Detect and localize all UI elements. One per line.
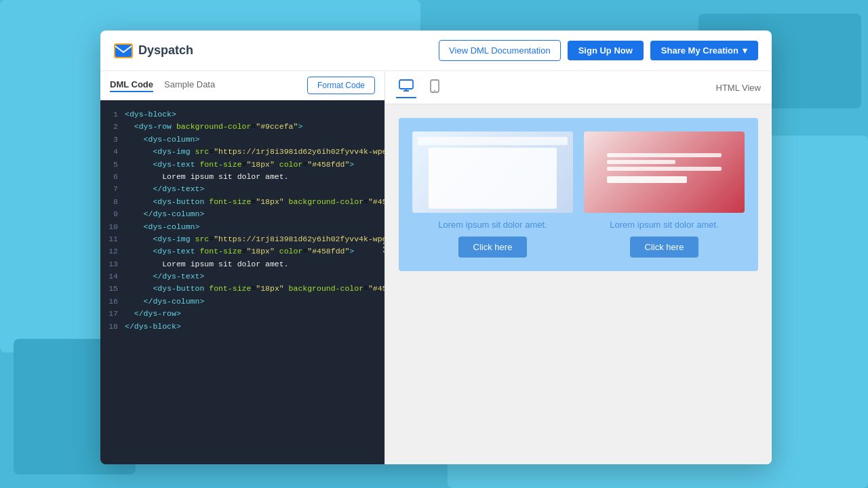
- code-line-1: <dys-block>: [125, 108, 379, 121]
- signup-button[interactable]: Sign Up Now: [568, 41, 644, 60]
- line-num-17: 17: [104, 308, 118, 320]
- panel-resize-handle[interactable]: [382, 243, 386, 253]
- code-editor: 1 2 3 4 5 6 7 8 9 10 11 12 13 14 15 16 1: [100, 100, 384, 464]
- tab-group: DML Code Sample Data: [110, 79, 215, 92]
- email-col1-button[interactable]: Click here: [458, 237, 528, 258]
- line-numbers: 1 2 3 4 5 6 7 8 9 10 11 12 13 14 15 16 1: [100, 100, 122, 464]
- email-column-2: Lorem ipsum sit dolor amet. Click here: [584, 131, 745, 258]
- mock-browser-bar-left: [418, 137, 568, 145]
- code-panel: DML Code Sample Data Format Code 1 2 3 4…: [100, 71, 385, 464]
- code-line-12: <dys-text font-size="18px" color="#458fd…: [125, 245, 379, 258]
- logo-icon: [114, 43, 133, 58]
- format-code-button[interactable]: Format Code: [307, 77, 375, 94]
- app-window: Dyspatch View DML Documentation Sign Up …: [100, 30, 772, 464]
- drag-dot-1: [383, 243, 385, 245]
- logo-area: Dyspatch: [114, 43, 193, 58]
- mock-line-3: [607, 167, 722, 171]
- code-line-13: Lorem ipsum sit dolor amet.: [125, 258, 379, 270]
- code-line-15: <dys-button font-size="18px" background-…: [125, 283, 379, 295]
- code-line-9: </dys-column>: [125, 208, 379, 220]
- code-line-8: <dys-button font-size="18px" background-…: [125, 196, 379, 208]
- line-num-8: 8: [104, 196, 118, 208]
- email-image-2: [584, 131, 745, 213]
- code-line-6: Lorem ipsum sit dolor amet.: [125, 171, 379, 183]
- svg-rect-2: [399, 80, 413, 89]
- html-view-label: HTML View: [716, 83, 761, 93]
- svg-rect-1: [115, 45, 132, 57]
- line-num-16: 16: [104, 296, 118, 308]
- code-line-17: </dys-row>: [125, 308, 379, 320]
- email-col1-text: Lorem ipsum sit dolor amet.: [438, 220, 547, 230]
- logo-text: Dyspatch: [138, 43, 193, 58]
- code-line-16: </dys-column>: [125, 296, 379, 308]
- line-num-5: 5: [104, 159, 118, 171]
- code-line-2: <dys-row background-color="#9ccefa">: [125, 121, 379, 133]
- line-num-3: 3: [104, 134, 118, 146]
- code-line-7: </dys-text>: [125, 183, 379, 195]
- drag-dot-2: [383, 247, 385, 249]
- code-tabs: DML Code Sample Data Format Code: [100, 71, 384, 100]
- email-image-mock-left: [412, 131, 573, 213]
- line-num-7: 7: [104, 183, 118, 195]
- line-num-4: 4: [104, 146, 118, 158]
- line-num-13: 13: [104, 258, 118, 270]
- main-content: DML Code Sample Data Format Code 1 2 3 4…: [100, 71, 772, 464]
- email-preview: Lorem ipsum sit dolor amet. Click here: [399, 118, 758, 271]
- mock-line-2: [607, 160, 676, 164]
- share-button[interactable]: Share My Creation ▾: [650, 41, 758, 60]
- code-line-11: <dys-img src="https://1rj8i3981d62y6ih02…: [125, 233, 379, 245]
- line-num-18: 18: [104, 321, 118, 333]
- preview-content: Lorem ipsum sit dolor amet. Click here: [385, 104, 772, 464]
- email-image-mock-right: [584, 131, 745, 213]
- mock-screen-left: [429, 148, 557, 209]
- code-line-14: </dys-text>: [125, 270, 379, 283]
- svg-point-6: [434, 90, 435, 92]
- line-num-14: 14: [104, 270, 118, 283]
- line-num-12: 12: [104, 245, 118, 258]
- drag-dot-3: [383, 251, 385, 253]
- line-num-6: 6: [104, 171, 118, 183]
- mock-screen-right: [604, 150, 725, 207]
- header-actions: View DML Documentation Sign Up Now Share…: [439, 40, 758, 61]
- header: Dyspatch View DML Documentation Sign Up …: [100, 30, 772, 71]
- line-num-15: 15: [104, 283, 118, 295]
- line-num-11: 11: [104, 233, 118, 245]
- mock-line-1: [607, 153, 722, 157]
- line-num-10: 10: [104, 221, 118, 233]
- email-image-1: [412, 131, 573, 213]
- code-lines[interactable]: <dys-block> <dys-row background-color="#…: [122, 100, 384, 464]
- desktop-view-icon[interactable]: [396, 77, 416, 98]
- code-line-5: <dys-text font-size="18px" color="#458fd…: [125, 159, 379, 171]
- share-button-label: Share My Creation: [661, 45, 738, 56]
- docs-button[interactable]: View DML Documentation: [439, 40, 561, 61]
- email-column-1: Lorem ipsum sit dolor amet. Click here: [412, 131, 573, 258]
- code-line-18: </dys-block>: [125, 321, 379, 333]
- line-num-9: 9: [104, 208, 118, 220]
- email-row: Lorem ipsum sit dolor amet. Click here: [399, 118, 758, 271]
- line-num-1: 1: [104, 108, 118, 121]
- code-line-4: <dys-img src="https://1rj8i3981d62y6ih02…: [125, 146, 379, 158]
- tab-dml-code[interactable]: DML Code: [110, 79, 153, 92]
- mobile-view-icon[interactable]: [427, 77, 442, 98]
- chevron-down-icon: ▾: [743, 45, 747, 56]
- preview-panel: HTML View Lorem ipsum si: [385, 71, 772, 464]
- code-line-10: <dys-column>: [125, 221, 379, 233]
- mock-btn: [607, 176, 688, 183]
- email-col2-text: Lorem ipsum sit dolor amet.: [610, 220, 718, 230]
- tab-sample-data[interactable]: Sample Data: [164, 79, 215, 92]
- line-num-2: 2: [104, 121, 118, 133]
- preview-tabs: HTML View: [385, 71, 772, 104]
- code-line-3: <dys-column>: [125, 134, 379, 146]
- email-col2-button[interactable]: Click here: [630, 237, 699, 258]
